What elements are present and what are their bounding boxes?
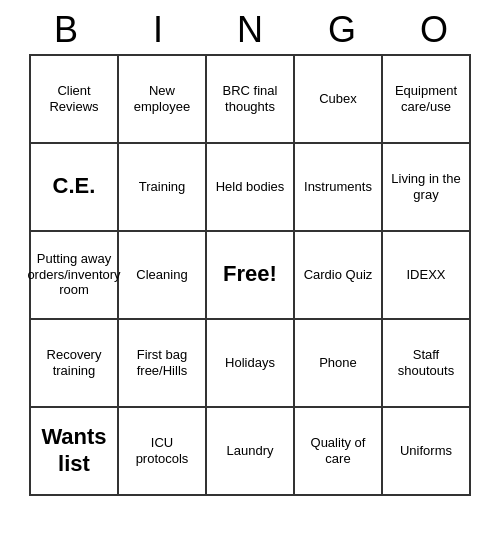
bingo-cell-13: Cardio Quiz xyxy=(295,232,383,320)
bingo-cell-1: New employee xyxy=(119,56,207,144)
header-letter-o: O xyxy=(390,10,478,50)
bingo-cell-12: Free! xyxy=(207,232,295,320)
header-letter-g: G xyxy=(298,10,386,50)
bingo-header: BINGO xyxy=(20,10,480,50)
bingo-cell-11: Cleaning xyxy=(119,232,207,320)
bingo-cell-18: Phone xyxy=(295,320,383,408)
bingo-cell-8: Instruments xyxy=(295,144,383,232)
bingo-cell-10: Putting away orders/inventory room xyxy=(31,232,119,320)
bingo-grid: Client ReviewsNew employeeBRC final thou… xyxy=(29,54,471,496)
bingo-cell-16: First bag free/Hills xyxy=(119,320,207,408)
bingo-cell-21: ICU protocols xyxy=(119,408,207,496)
bingo-cell-19: Staff shoutouts xyxy=(383,320,471,408)
bingo-cell-3: Cubex xyxy=(295,56,383,144)
bingo-cell-6: Training xyxy=(119,144,207,232)
bingo-cell-14: IDEXX xyxy=(383,232,471,320)
header-letter-n: N xyxy=(206,10,294,50)
bingo-cell-22: Laundry xyxy=(207,408,295,496)
bingo-cell-9: Living in the gray xyxy=(383,144,471,232)
bingo-cell-5: C.E. xyxy=(31,144,119,232)
bingo-cell-4: Equipment care/use xyxy=(383,56,471,144)
header-letter-b: B xyxy=(22,10,110,50)
bingo-cell-15: Recovery training xyxy=(31,320,119,408)
header-letter-i: I xyxy=(114,10,202,50)
bingo-cell-23: Quality of care xyxy=(295,408,383,496)
bingo-cell-0: Client Reviews xyxy=(31,56,119,144)
bingo-cell-7: Held bodies xyxy=(207,144,295,232)
bingo-cell-20: Wants list xyxy=(31,408,119,496)
bingo-cell-2: BRC final thoughts xyxy=(207,56,295,144)
bingo-cell-17: Holidays xyxy=(207,320,295,408)
bingo-cell-24: Uniforms xyxy=(383,408,471,496)
